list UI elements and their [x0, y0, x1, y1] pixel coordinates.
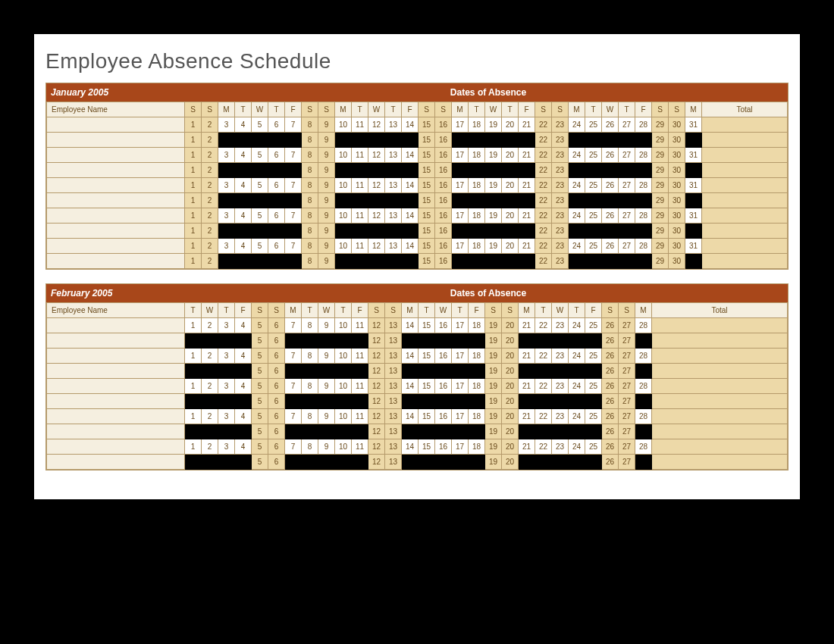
- day-cell: [252, 163, 268, 178]
- day-cell: 19: [485, 409, 502, 424]
- day-cell: 23: [552, 254, 569, 269]
- day-cell: [502, 224, 519, 239]
- day-cell: [519, 394, 535, 409]
- day-cell: 15: [419, 178, 435, 193]
- day-cell: [335, 455, 352, 470]
- day-cell: 20: [502, 364, 519, 379]
- day-cell: 28: [635, 318, 652, 333]
- day-cell: 13: [385, 318, 402, 333]
- day-letter-header: W: [552, 303, 569, 318]
- day-cell: [635, 424, 652, 439]
- day-cell: 3: [218, 379, 235, 394]
- day-cell: 16: [435, 208, 452, 224]
- day-cell: [318, 394, 335, 409]
- day-cell: 11: [352, 178, 368, 193]
- table-row: 1234567891011121314151617181920212223242…: [47, 379, 788, 394]
- day-cell: [619, 224, 635, 239]
- day-cell: [302, 455, 318, 470]
- day-letter-header: T: [302, 303, 318, 318]
- day-cell: 8: [302, 379, 318, 394]
- day-cell: 30: [669, 239, 685, 254]
- day-cell: [352, 254, 368, 269]
- day-cell: 12: [368, 394, 385, 409]
- day-cell: [635, 333, 652, 349]
- total-cell: [702, 254, 788, 269]
- day-cell: 24: [569, 439, 585, 455]
- employee-name-cell: [47, 239, 185, 254]
- day-letter-header: T: [385, 102, 402, 117]
- total-cell: [702, 148, 788, 163]
- day-cell: 12: [368, 239, 385, 254]
- day-letter-header: T: [218, 303, 235, 318]
- day-cell: [535, 364, 552, 379]
- day-cell: [252, 133, 268, 148]
- employee-name-cell: [47, 178, 185, 193]
- day-letter-header: S: [302, 102, 318, 117]
- day-cell: 29: [652, 148, 669, 163]
- day-cell: 13: [385, 117, 402, 133]
- day-cell: 5: [252, 379, 268, 394]
- day-cell: 8: [302, 224, 318, 239]
- day-cell: 29: [652, 208, 669, 224]
- day-cell: [235, 424, 252, 439]
- day-cell: [252, 193, 268, 208]
- day-cell: 15: [419, 208, 435, 224]
- day-cell: 16: [435, 133, 452, 148]
- day-cell: [318, 333, 335, 349]
- day-cell: [585, 254, 602, 269]
- day-cell: 26: [602, 364, 619, 379]
- day-cell: [402, 333, 419, 349]
- day-cell: 22: [535, 224, 552, 239]
- day-cell: 6: [268, 455, 285, 470]
- day-cell: 1: [185, 349, 202, 364]
- day-cell: 17: [452, 349, 469, 364]
- day-cell: 30: [669, 193, 685, 208]
- day-cell: 1: [185, 439, 202, 455]
- day-cell: [252, 224, 268, 239]
- day-cell: 3: [218, 439, 235, 455]
- day-cell: 6: [268, 439, 285, 455]
- day-cell: [218, 224, 235, 239]
- day-cell: 9: [318, 208, 335, 224]
- day-cell: [469, 333, 485, 349]
- day-cell: [552, 333, 569, 349]
- day-cell: 12: [368, 424, 385, 439]
- day-cell: 12: [368, 208, 385, 224]
- day-cell: [502, 133, 519, 148]
- day-cell: 16: [435, 193, 452, 208]
- day-cell: 18: [469, 208, 485, 224]
- day-cell: 9: [318, 133, 335, 148]
- day-cell: 1: [185, 379, 202, 394]
- day-cell: [569, 333, 585, 349]
- day-cell: [302, 364, 318, 379]
- day-cell: 2: [202, 163, 218, 178]
- day-cell: [335, 364, 352, 379]
- day-cell: [235, 364, 252, 379]
- day-cell: 24: [569, 117, 585, 133]
- day-cell: 1: [185, 318, 202, 333]
- employee-name-cell: [47, 208, 185, 224]
- day-cell: 19: [485, 239, 502, 254]
- day-cell: 15: [419, 148, 435, 163]
- day-cell: 6: [268, 424, 285, 439]
- day-cell: [469, 193, 485, 208]
- day-cell: 8: [302, 163, 318, 178]
- day-letter-header: W: [202, 303, 218, 318]
- day-cell: 23: [552, 193, 569, 208]
- day-cell: 2: [202, 439, 218, 455]
- employee-name-header: Employee Name: [47, 102, 185, 117]
- employee-name-cell: [47, 254, 185, 269]
- day-cell: 28: [635, 439, 652, 455]
- day-cell: [419, 424, 435, 439]
- day-cell: 3: [218, 208, 235, 224]
- day-cell: [635, 224, 652, 239]
- day-cell: 22: [535, 439, 552, 455]
- day-cell: 15: [419, 254, 435, 269]
- day-cell: 1: [185, 117, 202, 133]
- day-cell: 23: [552, 148, 569, 163]
- day-cell: 19: [485, 208, 502, 224]
- total-cell: [652, 409, 788, 424]
- day-cell: 22: [535, 318, 552, 333]
- day-cell: 30: [669, 148, 685, 163]
- day-cell: 20: [502, 424, 519, 439]
